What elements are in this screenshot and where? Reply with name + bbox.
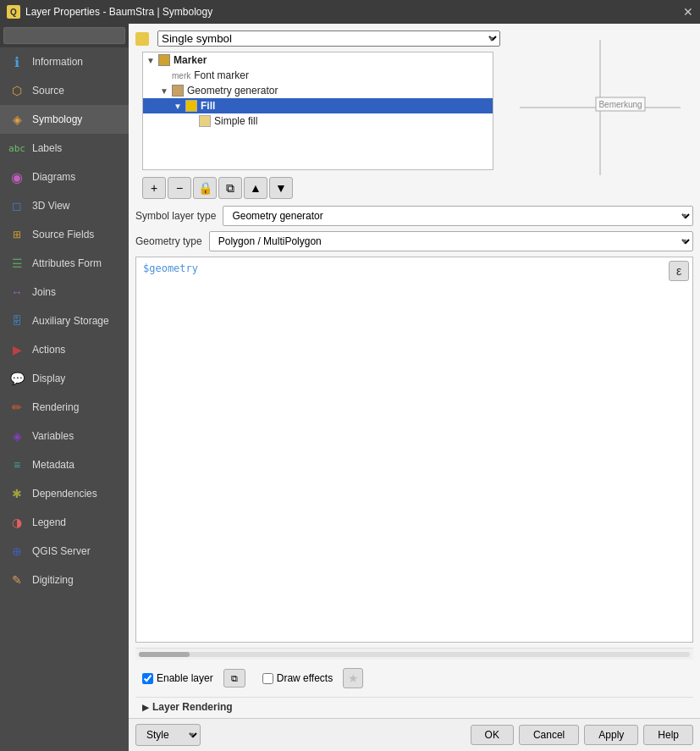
tree-swatch-marker: [158, 54, 170, 66]
search-input[interactable]: [3, 27, 125, 44]
tree-label-simplefill: Simple fill: [214, 115, 257, 127]
svg-text:Bemerkung: Bemerkung: [598, 100, 642, 109]
add-layer-button[interactable]: +: [142, 177, 166, 199]
style-dropdown-wrapper: Style: [135, 724, 201, 746]
symbol-type-icon: [135, 32, 149, 46]
metadata-icon: ≡: [8, 456, 25, 473]
sidebar-item-source-fields[interactable]: ⊞ Source Fields: [0, 220, 129, 249]
sidebar-item-joins[interactable]: ↔ Joins: [0, 278, 129, 306]
tree-swatch-geogen: [172, 85, 184, 97]
sidebar-item-diagrams[interactable]: ◉ Diagrams: [0, 163, 129, 191]
tree-item-fill[interactable]: ▼ Fill: [143, 98, 493, 113]
geometry-type-label: Geometry type: [135, 235, 202, 247]
symbology-icon: ◈: [8, 111, 25, 128]
sidebar-item-legend[interactable]: ◑ Legend: [0, 508, 129, 537]
sidebar-item-rendering[interactable]: ✏ Rendering: [0, 393, 129, 422]
symbol-layer-type-dropdown-wrapper: Geometry generator Simple marker Font ma…: [223, 206, 693, 226]
sidebar-item-auxiliary-storage[interactable]: 🗄 Auxiliary Storage: [0, 306, 129, 335]
move-down-button[interactable]: ▼: [269, 177, 293, 199]
lock-layer-button[interactable]: 🔒: [193, 177, 217, 199]
epsilon-button[interactable]: ε: [669, 261, 689, 281]
sourcefields-icon: ⊞: [8, 226, 25, 243]
tree-item-geogen[interactable]: ▼ Geometry generator: [143, 83, 493, 98]
geometry-type-row: Geometry type Polygon / MultiPolygon Poi…: [135, 231, 693, 251]
information-icon: ℹ: [8, 53, 25, 70]
tree-swatch-fill: [185, 100, 197, 112]
tree-item-fontmarker[interactable]: merk Font marker: [143, 68, 493, 83]
ok-button[interactable]: OK: [471, 725, 514, 745]
tree-item-marker[interactable]: ▼ Marker: [143, 52, 493, 68]
sidebar-item-qgis-server[interactable]: ⊕ QGIS Server: [0, 537, 129, 566]
sidebar-item-labels[interactable]: abc Labels: [0, 134, 129, 163]
style-dropdown[interactable]: Style: [135, 724, 201, 746]
sidebar-item-digitizing[interactable]: ✎ Digitizing: [0, 566, 129, 594]
symbol-tree-panel: ▼ Marker merk Font marker ▼ Geometr: [142, 52, 493, 170]
dependencies-icon: ✱: [8, 485, 25, 502]
sidebar-item-label: Actions: [32, 344, 65, 356]
symbol-type-dropdown[interactable]: Single symbol Categorized Graduated Rule…: [157, 30, 500, 47]
sidebar-item-label: Metadata: [32, 459, 74, 471]
sidebar-item-label: Source Fields: [32, 229, 94, 240]
sidebar-item-label: Diagrams: [32, 171, 75, 183]
sidebar-item-3dview[interactable]: ◻ 3D View: [0, 191, 129, 220]
content-area: Single symbol Categorized Graduated Rule…: [129, 24, 700, 751]
draw-effects-star-button[interactable]: ★: [343, 668, 363, 688]
sidebar-item-variables[interactable]: ◈ Variables: [0, 422, 129, 450]
symbol-layer-type-label: Symbol layer type: [135, 210, 216, 222]
cancel-button[interactable]: Cancel: [519, 725, 579, 745]
enable-layer-label: Enable layer: [157, 672, 213, 684]
geometry-type-dropdown[interactable]: Polygon / MultiPolygon Point / MultiPoin…: [209, 231, 693, 251]
symbol-toolbar: + − 🔒 ⧉ ▲ ▼: [135, 174, 500, 202]
diagrams-icon: ◉: [8, 168, 25, 185]
tree-toggle-fill: ▼: [174, 102, 184, 111]
actions-icon: ▶: [8, 341, 25, 358]
tree-item-simplefill[interactable]: Simple fill: [143, 113, 493, 129]
remove-layer-button[interactable]: −: [168, 177, 191, 199]
sidebar-item-label: 3D View: [32, 200, 69, 212]
sidebar-item-label: Source: [32, 85, 64, 97]
attribform-icon: ☰: [8, 255, 25, 272]
source-icon: ⬡: [8, 82, 25, 99]
title-bar: Q Layer Properties - BaumStra | Symbolog…: [0, 0, 700, 24]
expression-content[interactable]: $geometry: [136, 257, 692, 279]
tree-toggle-geogen: ▼: [160, 86, 170, 96]
sidebar-item-label: QGIS Server: [32, 545, 91, 557]
layer-rendering-arrow: ▶: [142, 703, 149, 712]
sidebar-item-metadata[interactable]: ≡ Metadata: [0, 450, 129, 479]
geometry-type-dropdown-wrapper: Polygon / MultiPolygon Point / MultiPoin…: [209, 231, 693, 251]
enable-layer-checkbox[interactable]: [142, 673, 153, 684]
sidebar-item-dependencies[interactable]: ✱ Dependencies: [0, 479, 129, 508]
digitizing-icon: ✎: [8, 572, 25, 588]
sidebar-item-label: Dependencies: [32, 488, 97, 500]
tree-toggle-marker: ▼: [146, 56, 157, 65]
sidebar-item-source[interactable]: ⬡ Source: [0, 76, 129, 105]
close-button[interactable]: ✕: [683, 5, 693, 19]
rendering-icon: ✏: [8, 399, 25, 416]
auxstorage-icon: 🗄: [8, 312, 25, 329]
layer-rendering-header[interactable]: ▶ Layer Rendering: [142, 701, 686, 713]
layer-rendering-label: Layer Rendering: [152, 701, 233, 713]
move-up-button[interactable]: ▲: [244, 177, 267, 199]
duplicate-layer-button[interactable]: ⧉: [218, 177, 242, 199]
symbol-preview: Bemerkung: [511, 31, 689, 184]
qgisserver-icon: ⊕: [8, 543, 25, 560]
expression-scrollbar-h[interactable]: [135, 648, 693, 660]
tree-label-fontmarker: Font marker: [194, 69, 249, 81]
enable-layer-copy-button[interactable]: ⧉: [223, 669, 245, 687]
scrollbar-thumb-h: [139, 652, 190, 657]
sidebar-item-symbology[interactable]: ◈ Symbology: [0, 105, 129, 134]
sidebar-item-label: Digitizing: [32, 574, 74, 586]
sidebar-item-label: Rendering: [32, 401, 79, 413]
apply-button[interactable]: Apply: [584, 725, 638, 745]
sidebar-item-attributes-form[interactable]: ☰ Attributes Form: [0, 249, 129, 278]
sidebar-item-label: Labels: [32, 142, 62, 154]
symbol-layer-type-dropdown[interactable]: Geometry generator Simple marker Font ma…: [223, 206, 693, 226]
sidebar-item-label: Attributes Form: [32, 257, 102, 269]
bottom-options: Enable layer ⧉ Draw effects ★: [135, 665, 693, 692]
draw-effects-checkbox[interactable]: [262, 673, 273, 684]
sidebar-item-information[interactable]: ℹ Information: [0, 47, 129, 76]
sidebar-item-actions[interactable]: ▶ Actions: [0, 335, 129, 364]
help-button[interactable]: Help: [643, 725, 693, 745]
tree-label-fill: Fill: [201, 100, 215, 112]
sidebar-item-display[interactable]: 💬 Display: [0, 364, 129, 393]
